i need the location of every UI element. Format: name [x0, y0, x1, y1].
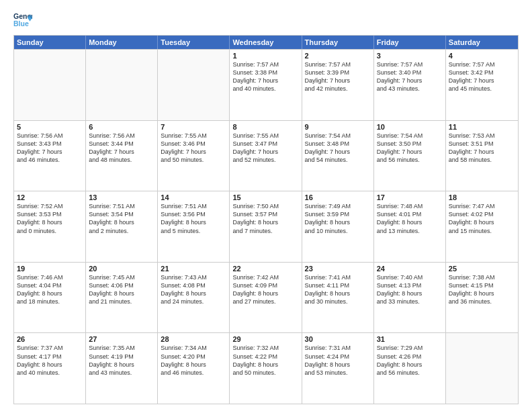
cell-info: Sunrise: 7:48 AM Sunset: 4:01 PM Dayligh…: [377, 202, 443, 235]
cell-info: Sunrise: 7:47 AM Sunset: 4:02 PM Dayligh…: [449, 202, 515, 235]
day-number: 8: [232, 123, 298, 131]
calendar-cell: 5Sunrise: 7:56 AM Sunset: 3:43 PM Daylig…: [14, 121, 86, 191]
day-number: 18: [449, 193, 515, 201]
calendar-cell: 13Sunrise: 7:51 AM Sunset: 3:54 PM Dayli…: [86, 191, 158, 262]
calendar-cell: 28Sunrise: 7:34 AM Sunset: 4:20 PM Dayli…: [158, 333, 230, 404]
calendar-cell: 1Sunrise: 7:57 AM Sunset: 3:38 PM Daylig…: [230, 50, 302, 120]
logo-icon: General Blue: [13, 11, 32, 30]
day-number: 22: [232, 265, 298, 273]
cell-info: Sunrise: 7:52 AM Sunset: 3:53 PM Dayligh…: [17, 202, 83, 235]
cell-info: Sunrise: 7:56 AM Sunset: 3:43 PM Dayligh…: [17, 132, 83, 165]
calendar-row: 5Sunrise: 7:56 AM Sunset: 3:43 PM Daylig…: [14, 120, 518, 191]
day-number: 25: [449, 265, 515, 273]
day-number: 11: [449, 123, 515, 131]
cell-info: Sunrise: 7:35 AM Sunset: 4:19 PM Dayligh…: [89, 344, 154, 377]
cell-info: Sunrise: 7:51 AM Sunset: 3:56 PM Dayligh…: [161, 202, 226, 235]
cell-info: Sunrise: 7:46 AM Sunset: 4:04 PM Dayligh…: [17, 273, 83, 306]
weekday-header: Friday: [374, 36, 446, 49]
day-number: 24: [377, 265, 443, 273]
day-number: 27: [89, 335, 154, 343]
svg-text:Blue: Blue: [13, 19, 29, 28]
calendar-cell: 4Sunrise: 7:57 AM Sunset: 3:42 PM Daylig…: [446, 50, 518, 120]
calendar-header: SundayMondayTuesdayWednesdayThursdayFrid…: [14, 36, 518, 49]
cell-info: Sunrise: 7:40 AM Sunset: 4:13 PM Dayligh…: [377, 273, 443, 306]
day-number: 1: [232, 52, 298, 60]
calendar-cell: 9Sunrise: 7:54 AM Sunset: 3:48 PM Daylig…: [302, 121, 374, 191]
cell-info: Sunrise: 7:41 AM Sunset: 4:11 PM Dayligh…: [305, 273, 371, 306]
cell-info: Sunrise: 7:34 AM Sunset: 4:20 PM Dayligh…: [161, 344, 226, 377]
calendar-cell: 22Sunrise: 7:42 AM Sunset: 4:09 PM Dayli…: [230, 263, 302, 333]
day-number: 5: [17, 123, 83, 131]
cell-info: Sunrise: 7:54 AM Sunset: 3:50 PM Dayligh…: [377, 132, 443, 165]
day-number: 30: [305, 335, 371, 343]
cell-info: Sunrise: 7:54 AM Sunset: 3:48 PM Dayligh…: [305, 132, 371, 165]
weekday-header: Wednesday: [230, 36, 302, 49]
day-number: 7: [161, 123, 226, 131]
logo: General Blue: [13, 11, 35, 30]
weekday-header: Tuesday: [158, 36, 230, 49]
day-number: 4: [449, 52, 515, 60]
calendar-cell: 2Sunrise: 7:57 AM Sunset: 3:39 PM Daylig…: [302, 50, 374, 120]
calendar-cell: [14, 50, 86, 120]
calendar-cell: 16Sunrise: 7:49 AM Sunset: 3:59 PM Dayli…: [302, 191, 374, 262]
weekday-header: Saturday: [446, 36, 518, 49]
calendar-cell: [158, 50, 230, 120]
cell-info: Sunrise: 7:57 AM Sunset: 3:40 PM Dayligh…: [377, 60, 443, 93]
calendar-cell: [86, 50, 158, 120]
day-number: 6: [89, 123, 154, 131]
day-number: 13: [89, 193, 154, 201]
calendar-cell: 6Sunrise: 7:56 AM Sunset: 3:44 PM Daylig…: [86, 121, 158, 191]
cell-info: Sunrise: 7:53 AM Sunset: 3:51 PM Dayligh…: [449, 132, 515, 165]
calendar-cell: 8Sunrise: 7:55 AM Sunset: 3:47 PM Daylig…: [230, 121, 302, 191]
day-number: 17: [377, 193, 443, 201]
day-number: 12: [17, 193, 83, 201]
day-number: 31: [377, 335, 443, 343]
calendar-cell: 17Sunrise: 7:48 AM Sunset: 4:01 PM Dayli…: [374, 191, 446, 262]
weekday-header: Thursday: [302, 36, 374, 49]
calendar-cell: 19Sunrise: 7:46 AM Sunset: 4:04 PM Dayli…: [14, 263, 86, 333]
calendar-cell: 7Sunrise: 7:55 AM Sunset: 3:46 PM Daylig…: [158, 121, 230, 191]
day-number: 2: [305, 52, 371, 60]
calendar-row: 19Sunrise: 7:46 AM Sunset: 4:04 PM Dayli…: [14, 262, 518, 333]
calendar-cell: 21Sunrise: 7:43 AM Sunset: 4:08 PM Dayli…: [158, 263, 230, 333]
cell-info: Sunrise: 7:57 AM Sunset: 3:38 PM Dayligh…: [232, 60, 298, 93]
cell-info: Sunrise: 7:57 AM Sunset: 3:42 PM Dayligh…: [449, 60, 515, 93]
calendar-cell: 26Sunrise: 7:37 AM Sunset: 4:17 PM Dayli…: [14, 333, 86, 404]
day-number: 23: [305, 265, 371, 273]
calendar-cell: 20Sunrise: 7:45 AM Sunset: 4:06 PM Dayli…: [86, 263, 158, 333]
calendar-cell: 15Sunrise: 7:50 AM Sunset: 3:57 PM Dayli…: [230, 191, 302, 262]
weekday-header: Sunday: [14, 36, 86, 49]
cell-info: Sunrise: 7:55 AM Sunset: 3:47 PM Dayligh…: [232, 132, 298, 165]
calendar-cell: 10Sunrise: 7:54 AM Sunset: 3:50 PM Dayli…: [374, 121, 446, 191]
calendar-cell: 14Sunrise: 7:51 AM Sunset: 3:56 PM Dayli…: [158, 191, 230, 262]
day-number: 3: [377, 52, 443, 60]
cell-info: Sunrise: 7:45 AM Sunset: 4:06 PM Dayligh…: [89, 273, 154, 306]
calendar-row: 26Sunrise: 7:37 AM Sunset: 4:17 PM Dayli…: [14, 332, 518, 404]
calendar-cell: 23Sunrise: 7:41 AM Sunset: 4:11 PM Dayli…: [302, 263, 374, 333]
day-number: 21: [161, 265, 226, 273]
cell-info: Sunrise: 7:56 AM Sunset: 3:44 PM Dayligh…: [89, 132, 154, 165]
calendar: SundayMondayTuesdayWednesdayThursdayFrid…: [13, 35, 519, 404]
cell-info: Sunrise: 7:37 AM Sunset: 4:17 PM Dayligh…: [17, 344, 83, 377]
day-number: 10: [377, 123, 443, 131]
cell-info: Sunrise: 7:31 AM Sunset: 4:24 PM Dayligh…: [305, 344, 371, 377]
calendar-cell: 25Sunrise: 7:38 AM Sunset: 4:15 PM Dayli…: [446, 263, 518, 333]
day-number: 29: [232, 335, 298, 343]
calendar-cell: 24Sunrise: 7:40 AM Sunset: 4:13 PM Dayli…: [374, 263, 446, 333]
cell-info: Sunrise: 7:51 AM Sunset: 3:54 PM Dayligh…: [89, 202, 154, 235]
cell-info: Sunrise: 7:29 AM Sunset: 4:26 PM Dayligh…: [377, 344, 443, 377]
calendar-cell: 27Sunrise: 7:35 AM Sunset: 4:19 PM Dayli…: [86, 333, 158, 404]
cell-info: Sunrise: 7:55 AM Sunset: 3:46 PM Dayligh…: [161, 132, 226, 165]
weekday-header: Monday: [86, 36, 158, 49]
day-number: 15: [232, 193, 298, 201]
day-number: 9: [305, 123, 371, 131]
day-number: 26: [17, 335, 83, 343]
page-header: General Blue: [13, 11, 519, 30]
calendar-body: 1Sunrise: 7:57 AM Sunset: 3:38 PM Daylig…: [14, 49, 518, 404]
calendar-cell: 3Sunrise: 7:57 AM Sunset: 3:40 PM Daylig…: [374, 50, 446, 120]
calendar-cell: 11Sunrise: 7:53 AM Sunset: 3:51 PM Dayli…: [446, 121, 518, 191]
day-number: 14: [161, 193, 226, 201]
calendar-cell: 12Sunrise: 7:52 AM Sunset: 3:53 PM Dayli…: [14, 191, 86, 262]
calendar-cell: 18Sunrise: 7:47 AM Sunset: 4:02 PM Dayli…: [446, 191, 518, 262]
cell-info: Sunrise: 7:49 AM Sunset: 3:59 PM Dayligh…: [305, 202, 371, 235]
